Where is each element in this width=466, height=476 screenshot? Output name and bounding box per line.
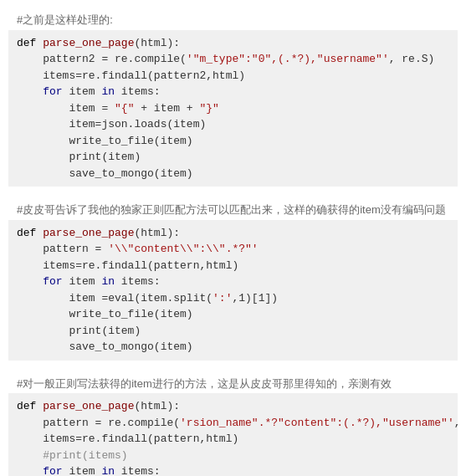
section-1: #之前是这样处理的: def parse_one_page(html): pat…: [8, 7, 458, 187]
section-3-code: def parse_one_page(html): pattern = re.c…: [8, 393, 458, 476]
page-wrapper: #之前是这样处理的: def parse_one_page(html): pat…: [0, 0, 466, 476]
section-1-code: def parse_one_page(html): pattern2 = re.…: [8, 30, 458, 187]
section-2-comment: #皮皮哥告诉了我他的独家正则匹配方法可以匹配出来，这样的确获得的item没有编码…: [8, 197, 458, 220]
section-3-comment: #对一般正则写法获得的item进行的方法，这是从皮皮哥那里得知的，亲测有效: [8, 371, 458, 394]
section-2-code: def parse_one_page(html): pattern = '\\"…: [8, 220, 458, 361]
section-3: #对一般正则写法获得的item进行的方法，这是从皮皮哥那里得知的，亲测有效 de…: [8, 371, 458, 477]
section-1-comment: #之前是这样处理的:: [8, 7, 458, 30]
section-2: #皮皮哥告诉了我他的独家正则匹配方法可以匹配出来，这样的确获得的item没有编码…: [8, 197, 458, 361]
code-container: #之前是这样处理的: def parse_one_page(html): pat…: [0, 0, 466, 476]
